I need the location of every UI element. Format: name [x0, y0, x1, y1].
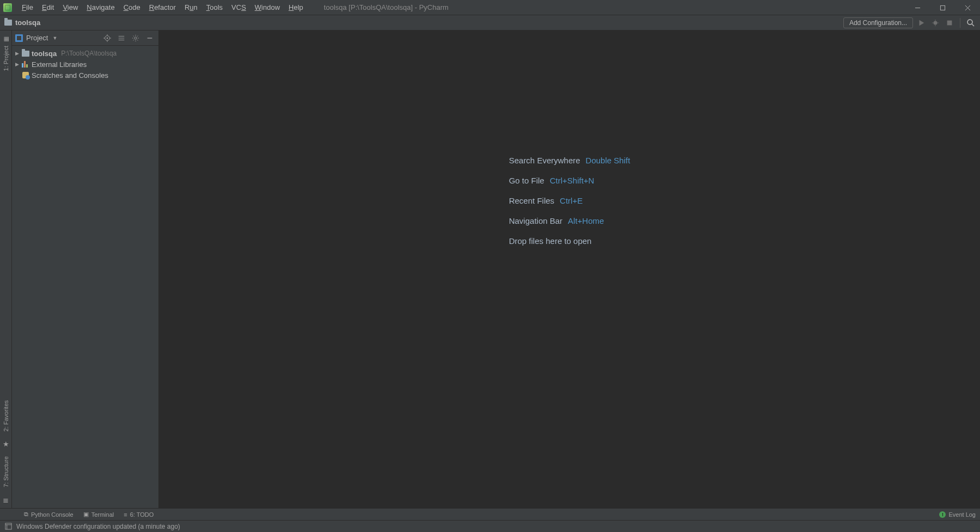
hint-go-to-file: Go to File Ctrl+Shift+N	[509, 176, 630, 185]
hint-navigation-bar: Navigation Bar Alt+Home	[509, 216, 630, 225]
menu-vcs[interactable]: VCS	[227, 0, 250, 15]
status-message: Windows Defender configuration updated (…	[16, 523, 180, 530]
navigation-bar: toolsqa Add Configuration...	[0, 15, 980, 30]
svg-rect-32	[5, 523, 11, 529]
svg-point-5	[934, 21, 938, 25]
svg-marker-4	[920, 20, 924, 26]
project-tool-title[interactable]: Project	[26, 34, 48, 42]
search-icon[interactable]	[965, 17, 977, 29]
window-controls	[905, 0, 980, 15]
folder-icon	[22, 51, 29, 57]
svg-line-28	[137, 40, 138, 40]
terminal-icon: ▣	[83, 511, 89, 518]
window-title: toolsqa [P:\ToolsQA\toolsqa] - PyCharm	[324, 3, 449, 11]
tree-item-external-libraries[interactable]: ▶ External Libraries	[12, 59, 158, 70]
tree-item-root[interactable]: ▶ toolsqa P:\ToolsQA\toolsqa	[12, 48, 158, 59]
menu-tools[interactable]: Tools	[202, 0, 227, 15]
status-bar: Windows Defender configuration updated (…	[0, 520, 980, 532]
add-configuration-button[interactable]: Add Configuration...	[843, 17, 913, 28]
svg-line-12	[972, 24, 974, 26]
expand-all-icon[interactable]	[116, 33, 127, 44]
stop-icon[interactable]	[944, 17, 955, 29]
menu-code[interactable]: Code	[119, 0, 145, 15]
svg-rect-10	[947, 20, 952, 25]
debug-icon[interactable]	[929, 17, 941, 29]
menu-file[interactable]: File	[17, 0, 38, 15]
breadcrumb[interactable]: toolsqa	[15, 19, 40, 27]
project-tool-window: Project ▼ ▶ toolsqa P:\ToolsQA\toolsqa ▶…	[12, 30, 159, 508]
tab-python-console[interactable]: ⧉ Python Console	[24, 511, 74, 518]
tree-item-scratches[interactable]: ▶ Scratches and Consoles	[12, 70, 158, 81]
bottom-tool-tabs: ⧉ Python Console ▣ Terminal ≡ 6: TODO ! …	[0, 508, 980, 520]
editor-hints: Search Everywhere Double Shift Go to Fil…	[509, 156, 630, 246]
toolbar-separator	[960, 18, 960, 28]
project-view-icon	[15, 34, 23, 42]
project-icon: ▦	[2, 36, 10, 44]
locate-icon[interactable]	[102, 33, 113, 44]
menu-edit[interactable]: Edit	[38, 0, 58, 15]
main-area: 1: Project ▦ 2: Favorites ★ 7: Structure…	[0, 30, 980, 508]
run-icon[interactable]	[915, 17, 927, 29]
tab-event-log[interactable]: ! Event Log	[939, 511, 976, 518]
minimize-button[interactable]	[905, 0, 930, 15]
menu-help[interactable]: Help	[284, 0, 308, 15]
maximize-button[interactable]	[930, 0, 955, 15]
scratches-icon	[22, 71, 29, 79]
app-logo-icon	[3, 3, 12, 12]
close-button[interactable]	[955, 0, 980, 15]
menu-view[interactable]: View	[58, 0, 82, 15]
svg-point-11	[967, 20, 972, 25]
menu-navigate[interactable]: Navigate	[82, 0, 119, 15]
menu-run[interactable]: Run	[180, 0, 202, 15]
svg-line-29	[133, 40, 134, 40]
tool-button-project[interactable]: 1: Project ▦	[2, 33, 10, 74]
gutter-top: 1: Project ▦	[2, 33, 10, 74]
structure-icon: ≣	[2, 496, 10, 504]
tool-button-favorites[interactable]: 2: Favorites	[3, 397, 9, 435]
star-icon: ★	[2, 440, 10, 448]
tab-todo[interactable]: ≡ 6: TODO	[124, 511, 154, 518]
svg-line-30	[137, 35, 138, 36]
hide-tool-icon[interactable]	[144, 33, 155, 44]
editor-empty-state[interactable]: Search Everywhere Double Shift Go to Fil…	[159, 30, 980, 508]
chevron-right-icon[interactable]: ▶	[14, 51, 20, 56]
hint-drop-files: Drop files here to open	[509, 236, 630, 246]
project-tool-header: Project ▼	[12, 30, 158, 46]
menu-window[interactable]: Window	[250, 0, 284, 15]
toolbar-right: Add Configuration...	[843, 15, 980, 30]
svg-rect-1	[940, 5, 945, 10]
tool-button-structure[interactable]: 7: Structure	[3, 453, 9, 491]
menu-refactor[interactable]: Refactor	[145, 0, 180, 15]
tool-windows-icon[interactable]	[4, 523, 12, 530]
folder-icon	[4, 20, 12, 26]
chevron-down-icon[interactable]: ▼	[52, 35, 57, 41]
svg-point-14	[107, 37, 108, 39]
svg-point-22	[134, 36, 137, 39]
hint-search-everywhere: Search Everywhere Double Shift	[509, 156, 630, 165]
hint-recent-files: Recent Files Ctrl+E	[509, 196, 630, 205]
library-icon	[22, 61, 29, 68]
menubar: File Edit View Navigate Code Refactor Ru…	[0, 0, 980, 15]
svg-line-27	[133, 35, 134, 36]
tab-terminal[interactable]: ▣ Terminal	[83, 511, 114, 518]
python-icon: ⧉	[24, 511, 28, 518]
left-gutter: 1: Project ▦ 2: Favorites ★ 7: Structure…	[0, 30, 12, 508]
project-tree[interactable]: ▶ toolsqa P:\ToolsQA\toolsqa ▶ External …	[12, 46, 158, 81]
notification-badge-icon: !	[939, 511, 946, 518]
chevron-right-icon[interactable]: ▶	[14, 62, 20, 67]
todo-icon: ≡	[124, 511, 127, 518]
gear-icon[interactable]	[130, 33, 141, 44]
